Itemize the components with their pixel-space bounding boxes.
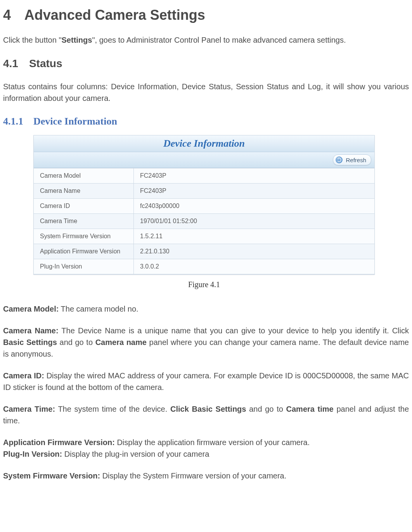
- row-label: Camera Name: [34, 184, 134, 199]
- desc-seg: The Device Name is a unique name that yo…: [59, 326, 409, 335]
- desc-app-fw: Application Firmware Version: Display th…: [3, 437, 409, 448]
- desc-bold: Camera name: [95, 338, 147, 347]
- desc-camera-id: Camera ID: Display the wired MAC address…: [3, 370, 409, 393]
- desc-text: Display the plug-in version of your came…: [62, 450, 209, 458]
- refresh-label: Refresh: [346, 157, 366, 163]
- row-value: 1970/01/01 01:52:00: [134, 214, 375, 229]
- table-row: Camera IDfc2403p00000: [34, 199, 374, 214]
- desc-lead: System Firmware Version:: [3, 471, 100, 480]
- device-info-panel-wrapper: Device Information Refresh Camera ModelF…: [33, 135, 375, 289]
- table-row: Camera NameFC2403P: [34, 184, 374, 199]
- refresh-button[interactable]: Refresh: [333, 154, 371, 165]
- desc-sys-fw: System Firmware Version: Display the Sys…: [3, 470, 409, 482]
- desc-text: Display the wired MAC address of your ca…: [3, 371, 409, 392]
- row-label: Application Firmware Version: [34, 244, 134, 259]
- section-heading-status: 4.1 Status: [3, 57, 409, 70]
- panel-title: Device Information: [34, 135, 374, 152]
- desc-text: Display the System Firmware version of y…: [100, 471, 286, 480]
- table-row: System Firmware Version1.5.2.11: [34, 229, 374, 244]
- desc-text: The camera model no.: [59, 305, 138, 313]
- desc-bold: Basic Settings: [3, 338, 57, 347]
- row-value: FC2403P: [134, 184, 375, 199]
- row-value: 2.21.0.130: [134, 244, 375, 259]
- intro-settings-bold: Settings: [62, 36, 92, 44]
- status-intro-paragraph: Status contains four columns: Device Inf…: [3, 81, 409, 104]
- figure-caption: Figure 4.1: [33, 280, 375, 289]
- refresh-icon: [336, 156, 343, 163]
- desc-seg: and go to: [57, 338, 95, 347]
- device-info-panel: Device Information Refresh Camera ModelF…: [33, 135, 375, 275]
- desc-camera-model: Camera Model: The camera model no.: [3, 303, 409, 315]
- row-value: fc2403p00000: [134, 199, 375, 214]
- row-value: 3.0.0.2: [134, 259, 375, 274]
- table-row: Application Firmware Version2.21.0.130: [34, 244, 374, 259]
- desc-lead: Camera ID:: [3, 371, 44, 380]
- table-row: Camera Time1970/01/01 01:52:00: [34, 214, 374, 229]
- panel-toolbar: Refresh: [34, 152, 374, 168]
- row-value: 1.5.2.11: [134, 229, 375, 244]
- desc-camera-time: Camera Time: The system time of the devi…: [3, 403, 409, 426]
- desc-lead: Application Firmware Version:: [3, 438, 115, 447]
- row-label: Camera ID: [34, 199, 134, 214]
- desc-lead: Camera Time:: [3, 405, 55, 413]
- desc-camera-name: Camera Name: The Device Name is a unique…: [3, 325, 409, 360]
- desc-lead: Camera Model:: [3, 305, 59, 313]
- device-info-table: Camera ModelFC2403PCamera NameFC2403PCam…: [34, 168, 374, 274]
- row-label: Camera Model: [34, 168, 134, 184]
- desc-lead: Camera Name:: [3, 326, 59, 335]
- intro-post: ", goes to Administrator Control Panel t…: [92, 36, 346, 44]
- table-row: Plug-In Version3.0.0.2: [34, 259, 374, 274]
- subsection-heading-device-info: 4.1.1 Device Information: [3, 116, 409, 127]
- intro-pre: Click the button ": [3, 36, 62, 44]
- desc-seg: The system time of the device.: [55, 405, 170, 413]
- desc-bold: Camera time: [286, 405, 334, 413]
- table-row: Camera ModelFC2403P: [34, 168, 374, 184]
- desc-seg: and go to: [246, 405, 286, 413]
- row-label: Plug-In Version: [34, 259, 134, 274]
- chapter-heading: 4 Advanced Camera Settings: [3, 7, 409, 23]
- desc-plugin: Plug-In Version: Display the plug-in ver…: [3, 448, 409, 460]
- desc-lead: Plug-In Version:: [3, 450, 62, 458]
- row-label: Camera Time: [34, 214, 134, 229]
- desc-text: Display the application firmware version…: [115, 438, 310, 447]
- row-label: System Firmware Version: [34, 229, 134, 244]
- intro-paragraph: Click the button "Settings", goes to Adm…: [3, 34, 409, 46]
- desc-bold: Click Basic Settings: [170, 405, 246, 413]
- row-value: FC2403P: [134, 168, 375, 184]
